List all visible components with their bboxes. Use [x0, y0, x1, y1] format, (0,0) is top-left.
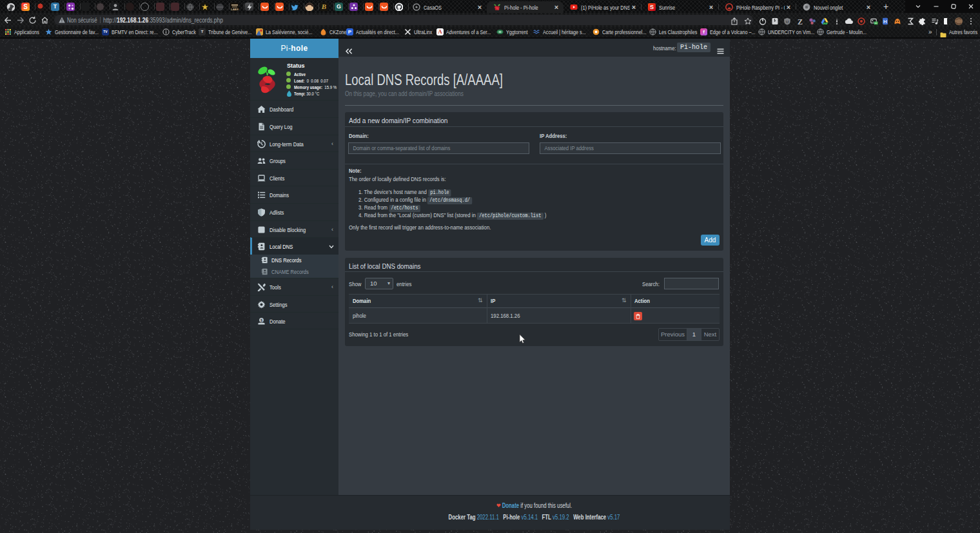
svg-text:H: H — [883, 19, 887, 24]
svg-text:LABS: LABS — [231, 8, 239, 11]
svg-text:Z: Z — [798, 17, 803, 25]
svg-text:S: S — [650, 4, 654, 10]
svg-text:on: on — [875, 22, 877, 24]
svg-text:$: $ — [260, 318, 262, 322]
svg-text:U: U — [786, 20, 789, 24]
